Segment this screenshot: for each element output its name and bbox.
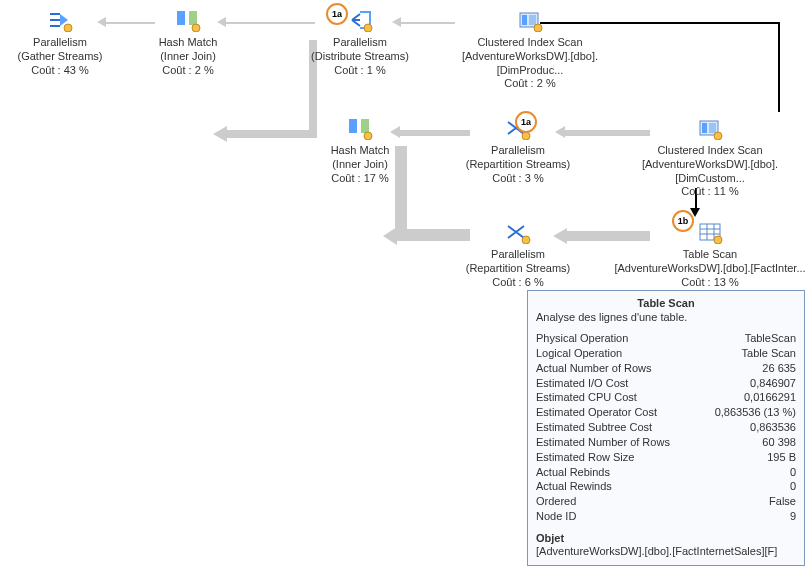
tooltip-row-value: 0,863536 — [750, 420, 796, 435]
parallelism-icon — [504, 220, 532, 244]
op-sub: (Repartition Streams) — [438, 158, 598, 172]
tooltip-row: Actual Rebinds0 — [536, 465, 796, 480]
badge-1a-top: 1a — [326, 3, 348, 25]
op-clustered-index-scan-customer[interactable]: Clustered Index Scan [AdventureWorksDW].… — [610, 116, 810, 199]
op-cost: Coût : 2 % — [430, 77, 630, 91]
op-cost: Coût : 1 % — [280, 64, 440, 78]
op-title: Hash Match — [108, 36, 268, 50]
tooltip-row: Node ID9 — [536, 509, 796, 524]
clustered-index-scan-icon — [516, 8, 544, 32]
op-title: Hash Match — [280, 144, 440, 158]
tooltip-object-label: Objet — [536, 532, 796, 544]
svg-point-4 — [364, 24, 372, 32]
svg-rect-10 — [361, 119, 369, 133]
op-parallelism-distribute[interactable]: Parallelism (Distribute Streams) Coût : … — [280, 8, 440, 77]
op-cost: Coût : 17 % — [280, 172, 440, 186]
tooltip-row-key: Physical Operation — [536, 331, 628, 346]
tooltip-row-key: Estimated CPU Cost — [536, 390, 637, 405]
tooltip-row-key: Logical Operation — [536, 346, 622, 361]
connector-black-v — [778, 22, 780, 112]
op-cost: Coût : 6 % — [438, 276, 598, 290]
tooltip-row-value: Table Scan — [742, 346, 796, 361]
tooltip-row-value: 0,846907 — [750, 376, 796, 391]
badge-1a-mid: 1a — [515, 111, 537, 133]
svg-rect-14 — [702, 123, 707, 133]
op-title: Clustered Index Scan — [430, 36, 630, 50]
tooltip-row-value: 0,0166291 — [744, 390, 796, 405]
hash-match-icon — [174, 8, 202, 32]
op-sub: [AdventureWorksDW].[dbo].[DimProduc... — [430, 50, 630, 78]
svg-point-12 — [522, 132, 530, 140]
tooltip-row-value: 0,863536 (13 %) — [715, 405, 796, 420]
op-cost: Coût : 13 % — [610, 276, 810, 290]
op-cost: Coût : 11 % — [610, 185, 810, 199]
tooltip-row: Estimated Subtree Cost0,863536 — [536, 420, 796, 435]
op-hash-match-2[interactable]: Hash Match (Inner Join) Coût : 17 % — [280, 116, 440, 185]
tooltip-row: Actual Number of Rows26 635 — [536, 361, 796, 376]
parallelism-icon — [46, 8, 74, 32]
tooltip-row-key: Actual Rebinds — [536, 465, 610, 480]
op-sub: (Repartition Streams) — [438, 262, 598, 276]
tooltip-row-value: 0 — [790, 479, 796, 494]
op-clustered-index-scan-product[interactable]: Clustered Index Scan [AdventureWorksDW].… — [430, 8, 630, 91]
tooltip-desc: Analyse des lignes d'une table. — [536, 311, 796, 323]
svg-rect-2 — [189, 11, 197, 25]
tooltip-row: Estimated Operator Cost0,863536 (13 %) — [536, 405, 796, 420]
tooltip-row: Physical OperationTableScan — [536, 331, 796, 346]
svg-point-11 — [364, 132, 372, 140]
op-title: Parallelism — [438, 144, 598, 158]
op-sub: [AdventureWorksDW].[dbo].[DimCustom... — [610, 158, 810, 186]
tooltip-table-scan: Table Scan Analyse des lignes d'une tabl… — [527, 290, 805, 566]
tooltip-row-key: Estimated I/O Cost — [536, 376, 628, 391]
tooltip-row-key: Estimated Subtree Cost — [536, 420, 652, 435]
arrow-head — [213, 126, 227, 142]
tooltip-row-value: 9 — [790, 509, 796, 524]
tooltip-title: Table Scan — [536, 297, 796, 309]
svg-rect-1 — [177, 11, 185, 25]
op-cost: Coût : 3 % — [438, 172, 598, 186]
op-sub: (Inner Join) — [108, 50, 268, 64]
svg-rect-15 — [709, 123, 716, 133]
svg-rect-7 — [529, 15, 536, 25]
svg-point-16 — [714, 132, 722, 140]
table-scan-icon — [696, 220, 724, 244]
op-table-scan[interactable]: Table Scan [AdventureWorksDW].[dbo].[Fac… — [610, 220, 810, 289]
tooltip-row: OrderedFalse — [536, 494, 796, 509]
op-cost: Coût : 2 % — [108, 64, 268, 78]
hash-match-icon — [346, 116, 374, 140]
tooltip-row: Estimated CPU Cost0,0166291 — [536, 390, 796, 405]
parallelism-icon — [346, 8, 374, 32]
svg-point-17 — [522, 236, 530, 244]
op-title: Parallelism — [438, 248, 598, 262]
svg-point-0 — [64, 24, 72, 32]
tooltip-row-value: False — [769, 494, 796, 509]
clustered-index-scan-icon — [696, 116, 724, 140]
op-sub: (Distribute Streams) — [280, 50, 440, 64]
tooltip-row: Estimated Number of Rows60 398 — [536, 435, 796, 450]
op-hash-match-1[interactable]: Hash Match (Inner Join) Coût : 2 % — [108, 8, 268, 77]
op-sub: (Inner Join) — [280, 158, 440, 172]
svg-rect-6 — [522, 15, 527, 25]
tooltip-row-key: Estimated Operator Cost — [536, 405, 657, 420]
svg-point-3 — [192, 24, 200, 32]
tooltip-row: Actual Rewinds0 — [536, 479, 796, 494]
tooltip-row-key: Actual Rewinds — [536, 479, 612, 494]
svg-point-23 — [714, 236, 722, 244]
tooltip-row-key: Node ID — [536, 509, 576, 524]
tooltip-row-value: 26 635 — [762, 361, 796, 376]
tooltip-row-value: 0 — [790, 465, 796, 480]
tooltip-row-value: 60 398 — [762, 435, 796, 450]
tooltip-row-key: Ordered — [536, 494, 576, 509]
tooltip-row-key: Estimated Number of Rows — [536, 435, 670, 450]
tooltip-row-key: Actual Number of Rows — [536, 361, 652, 376]
op-sub: [AdventureWorksDW].[dbo].[FactInter... — [610, 262, 810, 276]
op-title: Table Scan — [610, 248, 810, 262]
badge-1b: 1b — [672, 210, 694, 232]
op-parallelism-repartition-2[interactable]: Parallelism (Repartition Streams) Coût :… — [438, 220, 598, 289]
tooltip-row: Logical OperationTable Scan — [536, 346, 796, 361]
svg-point-8 — [534, 24, 542, 32]
op-title: Parallelism — [280, 36, 440, 50]
op-title: Clustered Index Scan — [610, 144, 810, 158]
tooltip-object-value: [AdventureWorksDW].[dbo].[FactInternetSa… — [536, 545, 796, 557]
tooltip-row-value: 195 B — [767, 450, 796, 465]
